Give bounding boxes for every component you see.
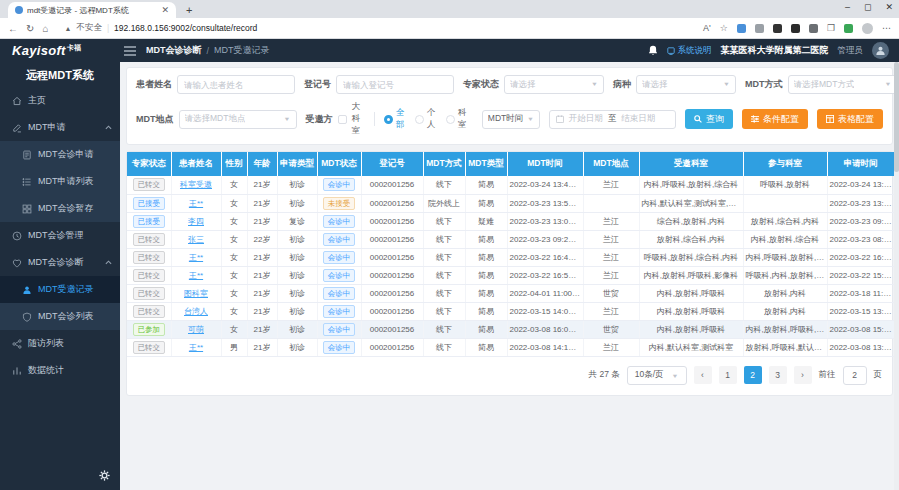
invitee-radio-科室[interactable]: 科室	[446, 107, 469, 131]
cell-participating: 内科,呼吸科,放射科,综合科	[743, 248, 827, 266]
sidebar-item-home[interactable]: 主页	[0, 87, 120, 114]
mdt-status-badge: 会诊中	[323, 287, 356, 300]
user-role: 管理员	[838, 45, 864, 57]
collapse-menu-icon[interactable]	[124, 46, 136, 56]
sidebar-item-followup-list[interactable]: 随访列表	[0, 330, 120, 357]
tab-close-icon[interactable]: ✕	[161, 6, 169, 15]
table-row[interactable]: 已转交图科室女21岁初诊会诊中0002001256线下简易2022-04-01 …	[127, 284, 894, 302]
date-range-picker[interactable]: 开始日期 至 结束日期	[549, 110, 676, 129]
sidebar: 远程MDT系统 主页MDT申请MDT会诊申请MDT申请列表MDT会诊暂存MDT会…	[0, 62, 120, 490]
prev-page-button[interactable]: ‹	[694, 366, 712, 384]
sidebar-item-statistics[interactable]: 数据统计	[0, 357, 120, 384]
sidebar-item-mdt-apply-list[interactable]: MDT申请列表	[0, 168, 120, 195]
home-icon[interactable]: ⌂	[42, 23, 48, 34]
scrollbar-thumb[interactable]	[894, 62, 899, 172]
minimize-button[interactable]: –	[845, 2, 850, 12]
gear-icon[interactable]	[99, 470, 110, 481]
sidebar-item-mdt-consult-diagnose[interactable]: MDT会诊诊断	[0, 249, 120, 276]
patient-name-link[interactable]: 王**	[189, 199, 203, 208]
split-screen-icon[interactable]: ❐	[827, 23, 835, 33]
extension-icon[interactable]	[844, 24, 853, 33]
invitee-radio-全部[interactable]: 全部	[384, 107, 407, 131]
extension-icon[interactable]	[737, 24, 746, 33]
extension-icon[interactable]	[755, 24, 764, 33]
address-bar[interactable]: ▲ 不安全 | 192.168.0.156:9002/consultate/re…	[56, 21, 695, 35]
reload-icon[interactable]: ↻	[26, 23, 34, 34]
patient-name-link[interactable]: 王**	[189, 343, 203, 352]
cell-expert_status: 已转交	[127, 338, 171, 356]
cell-mdt_time: 2022-03-15 14:00:00	[507, 302, 583, 320]
favorite-icon[interactable]: ☆	[720, 23, 728, 33]
table-row[interactable]: 已参加可萌女21岁初诊会诊中0002001256线下简易2022-03-08 1…	[127, 320, 894, 338]
search-button[interactable]: 查询	[685, 109, 733, 129]
time-type-select[interactable]: MDT时间▼	[482, 110, 540, 129]
breadcrumb-parent[interactable]: MDT会诊诊断	[146, 44, 202, 57]
sidebar-item-mdt-consult-apply[interactable]: MDT会诊申请	[0, 141, 120, 168]
extension-icon[interactable]	[773, 24, 782, 33]
cell-mdt_time: 2022-03-24 13:40:00	[507, 176, 583, 194]
table-row[interactable]: 已转交张三女22岁初诊会诊中0002001256线下简易2022-03-23 0…	[127, 230, 894, 248]
browser-profile-avatar[interactable]	[862, 23, 873, 34]
new-tab-button[interactable]: +	[186, 4, 192, 18]
table-row[interactable]: 已接受王**女21岁初诊未接受0002001256院外线上简易2022-03-2…	[127, 194, 894, 212]
page-size-select[interactable]: 10条/页▼	[627, 366, 687, 385]
maximize-button[interactable]: ◻	[864, 2, 871, 12]
cell-age: 21岁	[247, 338, 277, 356]
patient-name-link[interactable]: 王**	[189, 253, 203, 262]
invitee-radio-个人[interactable]: 个人	[415, 107, 438, 131]
patient-name-link[interactable]: 台湾人	[184, 307, 208, 316]
sidebar-item-mdt-consult-draft[interactable]: MDT会诊暂存	[0, 195, 120, 222]
cell-mdt_time: 2022-03-22 16:40:00	[507, 248, 583, 266]
patient-name-input[interactable]	[177, 75, 295, 94]
security-label: 不安全	[76, 22, 102, 34]
table-config-button[interactable]: 表格配置	[817, 109, 883, 129]
mdt-mode-select[interactable]: 请选择MDT方式▼	[788, 75, 898, 94]
table-row[interactable]: 已转交王**女21岁初诊会诊中0002001256线下简易2022-03-22 …	[127, 248, 894, 266]
condition-config-button[interactable]: 条件配置	[742, 109, 808, 129]
date-end-placeholder: 结束日期	[621, 113, 655, 125]
page-scrollbar[interactable]	[894, 62, 899, 490]
table-row[interactable]: 已转交王**男21岁初诊会诊中0002001256线下简易2022-03-08 …	[127, 338, 894, 356]
not-secure-icon: ▲	[64, 25, 71, 32]
table-row[interactable]: 已转交台湾人女21岁初诊会诊中0002001256线下简易2022-03-15 …	[127, 302, 894, 320]
read-aloud-icon[interactable]: Aʹ	[703, 23, 711, 33]
table-row[interactable]: 已接受李四女21岁复诊会诊中0002001256线下疑难2022-03-23 1…	[127, 212, 894, 230]
table-row[interactable]: 已转交科室受邀女21岁初诊会诊中0002001256线下简易2022-03-24…	[127, 176, 894, 194]
extension-icon[interactable]	[809, 24, 818, 33]
disease-select[interactable]: 请选择▼	[636, 75, 736, 94]
browser-tab[interactable]: mdt受邀记录 - 远程MDT系统 ✕	[8, 2, 176, 18]
mdt-place-select[interactable]: 请选择MDT地点▼	[179, 110, 297, 129]
sidebar-item-mdt-consult-list[interactable]: MDT会诊列表	[0, 303, 120, 330]
goto-page-input[interactable]	[843, 366, 867, 385]
sidebar-submenu: MDT会诊申请MDT申请列表MDT会诊暂存	[0, 141, 120, 222]
system-doc-link[interactable]: 系统说明	[667, 45, 712, 57]
cell-mdt_type: 疑难	[465, 212, 507, 230]
big-dept-checkbox-label[interactable]: 大科室	[352, 101, 365, 137]
patient-name-link[interactable]: 李四	[188, 217, 204, 226]
extension-icon[interactable]	[791, 24, 800, 33]
patient-name-link[interactable]: 张三	[188, 235, 204, 244]
breadcrumb-current: MDT受邀记录	[214, 44, 270, 57]
close-window-button[interactable]: ✕	[885, 2, 893, 12]
big-dept-checkbox[interactable]	[338, 115, 347, 124]
page-button-2[interactable]: 2	[744, 366, 762, 384]
page-button-3[interactable]: 3	[769, 366, 787, 384]
expert-status-select[interactable]: 请选择▼	[504, 75, 604, 94]
sidebar-item-mdt-invited-records[interactable]: MDT受邀记录	[0, 276, 120, 303]
back-icon[interactable]: ←	[8, 23, 18, 34]
sidebar-item-mdt-apply[interactable]: MDT申请	[0, 114, 120, 141]
patient-name-link[interactable]: 可萌	[188, 325, 204, 334]
patient-name-link[interactable]: 王**	[189, 271, 203, 280]
next-page-button[interactable]: ›	[794, 366, 812, 384]
cell-apply_time: 2022-03-08 13:06:56	[827, 338, 894, 356]
user-avatar[interactable]	[872, 42, 889, 59]
cell-age: 21岁	[247, 248, 277, 266]
bell-icon[interactable]	[648, 45, 658, 56]
sidebar-item-mdt-consult-manage[interactable]: MDT会诊管理	[0, 222, 120, 249]
more-menu-icon[interactable]: ⋯	[882, 23, 891, 33]
table-row[interactable]: 已转交王**女21岁初诊会诊中0002001256线下简易2022-03-22 …	[127, 266, 894, 284]
patient-name-link[interactable]: 科室受邀	[180, 180, 212, 189]
page-button-1[interactable]: 1	[719, 366, 737, 384]
reg-no-input[interactable]	[336, 75, 454, 94]
patient-name-link[interactable]: 图科室	[184, 289, 208, 298]
